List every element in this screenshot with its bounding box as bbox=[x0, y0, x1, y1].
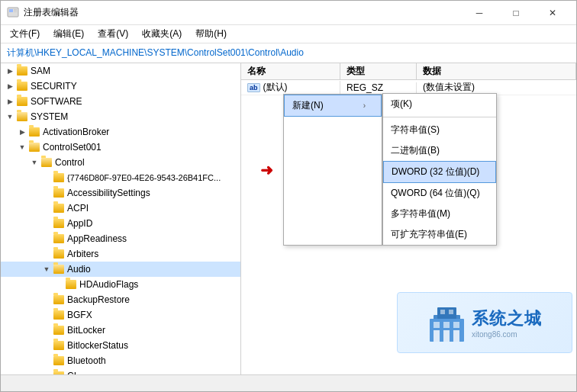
submenu-item-key-label: 项(K) bbox=[391, 98, 412, 109]
tree-item-guid[interactable]: ▶ {7746D80F-97E0-4E26-9543-26B41FC... bbox=[1, 170, 240, 185]
submenu-item-expandstring-label: 可扩充字符串值(E) bbox=[391, 229, 467, 239]
ab-icon: ab bbox=[247, 83, 260, 92]
folder-icon-hdaudioflags bbox=[65, 279, 77, 290]
right-panel: 名称 类型 数据 ab (默认) REG_SZ bbox=[241, 63, 576, 374]
tree-item-security[interactable]: ▶ SECURITY bbox=[1, 79, 240, 94]
main-window: 注册表编辑器 ─ □ ✕ 文件(F) 编辑(E) 查看(V) 收藏夹(A) 帮助… bbox=[0, 0, 577, 392]
folder-icon-appreadiness bbox=[53, 233, 65, 244]
red-arrow-icon: ➜ bbox=[260, 161, 273, 179]
expander-audio: ▼ bbox=[40, 263, 53, 275]
context-menu-main: 新建(N) › bbox=[283, 94, 382, 246]
context-menu-container: 新建(N) › 项(K) 字符串值(S) 二进制值(B) bbox=[283, 94, 497, 246]
submenu-item-string-label: 字符串值(S) bbox=[391, 124, 440, 135]
watermark-logo bbox=[427, 302, 466, 344]
tree-label-system: SYSTEM bbox=[31, 111, 68, 122]
svg-rect-2 bbox=[14, 9, 17, 11]
tree-item-appreadiness[interactable]: ▶ AppReadiness bbox=[1, 231, 240, 246]
svg-rect-14 bbox=[449, 310, 453, 314]
folder-icon-bluetooth bbox=[53, 355, 65, 366]
tree-item-appid[interactable]: ▶ AppID bbox=[1, 216, 240, 231]
submenu-item-binary-label: 二进制值(B) bbox=[391, 145, 440, 156]
svg-rect-8 bbox=[453, 330, 459, 342]
tree-item-control[interactable]: ▼ Control bbox=[1, 155, 240, 170]
maximize-button[interactable]: □ bbox=[498, 1, 533, 25]
tree-label-sam: SAM bbox=[31, 66, 50, 76]
col-header-data[interactable]: 数据 bbox=[417, 63, 576, 79]
tree-item-bitlockerstatus[interactable]: ▶ BitlockerStatus bbox=[1, 338, 240, 353]
tree-label-bitlockerstatus: BitlockerStatus bbox=[67, 340, 128, 351]
address-bar: 计算机\HKEY_LOCAL_MACHINE\SYSTEM\ControlSet… bbox=[1, 43, 576, 63]
watermark-url: xitong86.com bbox=[472, 330, 542, 339]
col-data-label: 数据 bbox=[423, 65, 441, 78]
col-header-name[interactable]: 名称 bbox=[241, 63, 340, 79]
tree-item-system[interactable]: ▼ SYSTEM bbox=[1, 109, 240, 124]
tree-item-accessibilitysettings[interactable]: ▶ AccessibilitySettings bbox=[1, 185, 240, 201]
expander-system: ▼ bbox=[4, 111, 16, 123]
submenu-separator bbox=[383, 117, 496, 117]
col-header-type[interactable]: 类型 bbox=[340, 63, 417, 79]
reg-name-value: (默认) bbox=[263, 81, 288, 94]
svg-rect-12 bbox=[437, 307, 456, 319]
submenu-item-expandstring[interactable]: 可扩充字符串值(E) bbox=[383, 224, 496, 245]
tree-label-software: SOFTWARE bbox=[31, 96, 82, 107]
svg-rect-7 bbox=[443, 330, 450, 342]
svg-rect-9 bbox=[434, 322, 440, 328]
title-bar-left: 注册表编辑器 bbox=[7, 6, 79, 19]
tree-item-bluetooth[interactable]: ▶ Bluetooth bbox=[1, 353, 240, 368]
menu-favorites[interactable]: 收藏夹(A) bbox=[136, 26, 188, 42]
column-headers: 名称 类型 数据 bbox=[241, 63, 576, 80]
tree-item-controlset001[interactable]: ▼ ControlSet001 bbox=[1, 140, 240, 155]
tree-panel[interactable]: ▶ SAM ▶ SECURITY ▶ SOFTWARE ▼ SYSTEM bbox=[1, 63, 241, 374]
window-title: 注册表编辑器 bbox=[24, 6, 79, 19]
submenu-item-key[interactable]: 项(K) bbox=[383, 94, 496, 114]
tree-item-ci[interactable]: ▶ CI bbox=[1, 368, 240, 374]
submenu: 项(K) 字符串值(S) 二进制值(B) DWORD (32 位值)(D) QW… bbox=[382, 93, 497, 246]
submenu-item-dword[interactable]: DWORD (32 位值)(D) bbox=[383, 161, 496, 183]
building-icon bbox=[430, 304, 464, 342]
menu-edit[interactable]: 编辑(E) bbox=[47, 26, 90, 42]
expander-security: ▶ bbox=[4, 80, 16, 92]
tree-item-sam[interactable]: ▶ SAM bbox=[1, 63, 240, 79]
close-button[interactable]: ✕ bbox=[535, 1, 570, 25]
svg-rect-10 bbox=[443, 322, 450, 328]
submenu-item-binary[interactable]: 二进制值(B) bbox=[383, 140, 496, 161]
tree-item-bgfx[interactable]: ▶ BGFX bbox=[1, 307, 240, 323]
tree-item-audio[interactable]: ▼ Audio bbox=[1, 262, 240, 277]
menu-help[interactable]: 帮助(H) bbox=[189, 26, 233, 42]
menu-bar: 文件(F) 编辑(E) 查看(V) 收藏夹(A) 帮助(H) bbox=[1, 25, 576, 43]
tree-label-backuprestore: BackupRestore bbox=[67, 294, 130, 305]
folder-icon-backuprestore bbox=[53, 294, 65, 305]
menu-file[interactable]: 文件(F) bbox=[4, 26, 46, 42]
tree-item-backuprestore[interactable]: ▶ BackupRestore bbox=[1, 292, 240, 307]
expander-software: ▶ bbox=[4, 95, 16, 108]
tree-item-activationbroker[interactable]: ▶ ActivationBroker bbox=[1, 124, 240, 140]
submenu-item-dword-label: DWORD (32 位值)(D) bbox=[392, 166, 479, 177]
svg-rect-1 bbox=[9, 9, 13, 12]
submenu-item-string[interactable]: 字符串值(S) bbox=[383, 120, 496, 140]
tree-item-software[interactable]: ▶ SOFTWARE bbox=[1, 94, 240, 109]
minimize-button[interactable]: ─ bbox=[462, 1, 497, 25]
tree-item-hdaudioflags[interactable]: ▶ HDAudioFlags bbox=[1, 277, 240, 292]
expander-activationbroker: ▶ bbox=[16, 126, 28, 138]
reg-name-cell: ab (默认) bbox=[241, 81, 340, 94]
app-icon bbox=[7, 7, 19, 19]
expander-sam: ▶ bbox=[4, 65, 16, 77]
folder-icon-bgfx bbox=[53, 310, 65, 320]
menu-view[interactable]: 查看(V) bbox=[92, 26, 134, 42]
tree-label-appreadiness: AppReadiness bbox=[67, 233, 127, 244]
folder-icon-audio bbox=[53, 264, 65, 275]
folder-icon-control bbox=[40, 157, 53, 168]
tree-label-bitlocker: BitLocker bbox=[67, 325, 105, 336]
tree-item-acpi[interactable]: ▶ ACPI bbox=[1, 201, 240, 216]
submenu-item-multistring[interactable]: 多字符串值(M) bbox=[383, 204, 496, 224]
tree-label-hdaudioflags: HDAudioFlags bbox=[79, 279, 138, 290]
folder-icon-appid bbox=[53, 218, 65, 229]
submenu-item-qword[interactable]: QWORD (64 位值)(Q) bbox=[383, 183, 496, 204]
tree-label-acpi: ACPI bbox=[67, 203, 89, 214]
tree-item-arbiters[interactable]: ▶ Arbiters bbox=[1, 246, 240, 262]
tree-item-bitlocker[interactable]: ▶ BitLocker bbox=[1, 323, 240, 338]
ctx-item-new[interactable]: 新建(N) › bbox=[284, 95, 382, 117]
folder-icon-activationbroker bbox=[28, 127, 40, 137]
svg-rect-6 bbox=[434, 330, 440, 342]
folder-icon-software bbox=[16, 96, 28, 107]
